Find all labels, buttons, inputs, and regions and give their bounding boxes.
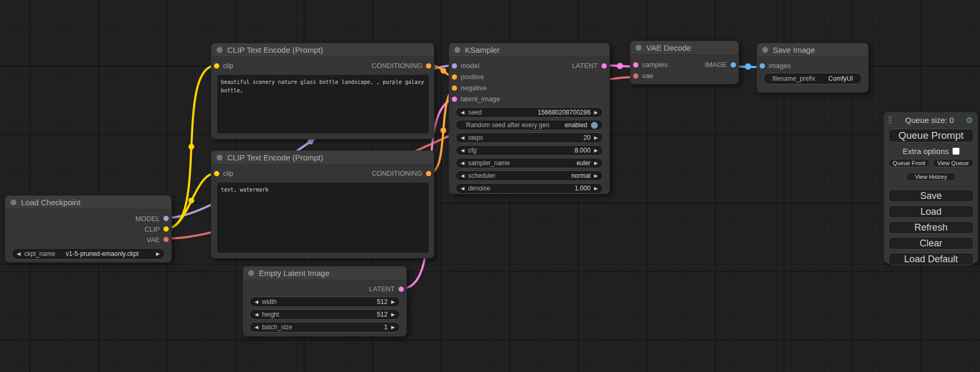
queue-front-button[interactable]: Queue Front — [888, 159, 930, 167]
node-empty-latent-image[interactable]: Empty Latent Image LATENT ◀ width 512 ▶ … — [242, 266, 407, 337]
link-dot — [745, 63, 751, 70]
sampler-name-widget[interactable]: ◀ sampler_name euler ▶ — [455, 158, 603, 168]
collapse-dot-icon[interactable] — [248, 270, 254, 276]
increment-arrow-icon[interactable]: ▶ — [594, 136, 598, 140]
node-save-image[interactable]: Save Image images filename_prefix ComfyU… — [756, 43, 869, 93]
random-seed-widget[interactable]: Random seed after every gen enabled — [455, 120, 603, 130]
increment-arrow-icon[interactable]: ▶ — [594, 110, 598, 115]
decrement-arrow-icon[interactable]: ◀ — [255, 312, 258, 317]
load-default-button[interactable]: Load Default — [888, 253, 974, 265]
widget-value: 156680208700286 — [538, 109, 590, 116]
denoise-widget[interactable]: ◀ denoise 1.000 ▶ — [455, 183, 603, 194]
decrement-arrow-icon[interactable]: ◀ — [461, 174, 464, 178]
batch-size-widget[interactable]: ◀ batch_size 1 ▶ — [249, 322, 400, 332]
input-label-clip: clip — [223, 169, 234, 177]
increment-arrow-icon[interactable]: ▶ — [594, 161, 598, 166]
width-widget[interactable]: ◀ width 512 ▶ — [249, 297, 400, 307]
node-title: KSampler — [465, 45, 500, 54]
output-port-image[interactable] — [731, 62, 736, 68]
input-label-model: model — [461, 62, 479, 70]
collapse-dot-icon[interactable] — [762, 47, 768, 53]
increment-arrow-icon[interactable]: ▶ — [391, 312, 395, 317]
decrement-arrow-icon[interactable]: ◀ — [461, 110, 464, 115]
output-port-latent[interactable] — [601, 63, 607, 69]
output-port-model[interactable] — [163, 216, 169, 221]
output-label-latent: LATENT — [369, 285, 395, 293]
output-label-model: MODEL — [135, 215, 160, 223]
widget-value: ComfyUI — [828, 75, 853, 82]
decrement-arrow-icon[interactable]: ◀ — [255, 325, 258, 330]
increment-arrow-icon[interactable]: ▶ — [156, 252, 160, 256]
ckpt-name-widget[interactable]: ◀ ckpt_name v1-5-pruned-emaonly.ckpt ▶ — [12, 248, 165, 260]
decrement-arrow-icon[interactable]: ◀ — [461, 148, 464, 153]
prompt-textarea[interactable]: text, watermark — [217, 183, 429, 253]
widget-label: Random seed after every gen — [466, 121, 549, 129]
decrement-arrow-icon[interactable]: ◀ — [461, 136, 464, 140]
steps-widget[interactable]: ◀ steps 20 ▶ — [455, 132, 603, 143]
input-port-samples[interactable] — [633, 62, 638, 68]
node-title-bar[interactable]: VAE Decode — [630, 41, 739, 55]
comfyui-canvas[interactable]: { "icons": { "left_arrow": "◀", "right_a… — [0, 0, 980, 372]
collapse-dot-icon[interactable] — [217, 155, 222, 160]
node-ksampler[interactable]: KSampler model LATENT positive negative … — [449, 43, 610, 194]
input-label-images: images — [769, 62, 791, 70]
node-clip-text-encode-negative[interactable]: CLIP Text Encode (Prompt) clip CONDITION… — [211, 150, 434, 259]
increment-arrow-icon[interactable]: ▶ — [594, 148, 598, 153]
gear-icon[interactable]: ⚙ — [966, 116, 973, 124]
increment-arrow-icon[interactable]: ▶ — [391, 325, 395, 330]
node-title-bar[interactable]: Load Checkpoint — [5, 196, 171, 209]
filename-prefix-widget[interactable]: filename_prefix ComfyUI — [763, 73, 862, 84]
collapse-dot-icon[interactable] — [636, 45, 642, 51]
save-button[interactable]: Save — [888, 189, 974, 202]
node-title: Empty Latent Image — [259, 269, 329, 278]
refresh-button[interactable]: Refresh — [888, 221, 974, 234]
collapse-dot-icon[interactable] — [454, 47, 460, 53]
queue-small-buttons: Queue Front View Queue — [888, 159, 974, 167]
increment-arrow-icon[interactable]: ▶ — [594, 174, 598, 178]
decrement-arrow-icon[interactable]: ◀ — [17, 252, 21, 256]
input-port-images[interactable] — [760, 63, 765, 69]
increment-arrow-icon[interactable]: ▶ — [594, 186, 598, 191]
view-history-button[interactable]: View History — [906, 173, 956, 181]
seed-widget[interactable]: ◀ seed 156680208700286 ▶ — [455, 107, 603, 118]
node-clip-text-encode-positive[interactable]: CLIP Text Encode (Prompt) clip CONDITION… — [211, 43, 434, 139]
node-title-bar[interactable]: Empty Latent Image — [243, 266, 406, 280]
node-title-bar[interactable]: KSampler — [449, 43, 609, 57]
scheduler-widget[interactable]: ◀ scheduler normal ▶ — [455, 170, 603, 181]
input-port-clip[interactable] — [214, 63, 219, 69]
clear-button[interactable]: Clear — [888, 237, 974, 250]
port-row-images: images — [757, 60, 868, 71]
drag-handle-icon[interactable] — [889, 116, 893, 125]
extra-options-checkbox[interactable] — [953, 148, 959, 155]
output-port-clip[interactable] — [163, 226, 169, 232]
input-port-positive[interactable] — [452, 74, 457, 80]
input-port-vae[interactable] — [633, 73, 638, 79]
port-row-positive: positive — [449, 71, 609, 82]
node-load-checkpoint[interactable]: Load Checkpoint MODEL CLIP VAE ◀ ckpt_na… — [5, 195, 172, 263]
node-title-bar[interactable]: CLIP Text Encode (Prompt) — [211, 151, 434, 165]
output-port-conditioning[interactable] — [426, 63, 431, 69]
view-queue-button[interactable]: View Queue — [933, 159, 974, 167]
queue-prompt-button[interactable]: Queue Prompt — [888, 129, 974, 142]
load-button[interactable]: Load — [888, 205, 974, 218]
height-widget[interactable]: ◀ height 512 ▶ — [249, 309, 400, 320]
input-port-latent-image[interactable] — [452, 97, 457, 102]
decrement-arrow-icon[interactable]: ◀ — [461, 161, 464, 166]
decrement-arrow-icon[interactable]: ◀ — [255, 300, 258, 304]
decrement-arrow-icon[interactable]: ◀ — [461, 186, 464, 191]
output-port-conditioning[interactable] — [426, 171, 431, 176]
node-title-bar[interactable]: CLIP Text Encode (Prompt) — [211, 43, 434, 57]
input-port-model[interactable] — [452, 63, 457, 69]
toggle-icon[interactable] — [591, 122, 598, 129]
input-port-negative[interactable] — [452, 85, 457, 91]
node-title-bar[interactable]: Save Image — [757, 43, 868, 57]
input-port-clip[interactable] — [214, 171, 219, 176]
collapse-dot-icon[interactable] — [11, 199, 16, 205]
cfg-widget[interactable]: ◀ cfg 8.000 ▶ — [455, 145, 603, 156]
increment-arrow-icon[interactable]: ▶ — [391, 300, 395, 304]
output-port-vae[interactable] — [163, 237, 169, 242]
collapse-dot-icon[interactable] — [217, 47, 222, 53]
output-port-latent[interactable] — [399, 287, 404, 292]
node-vae-decode[interactable]: VAE Decode samples IMAGE vae — [630, 41, 739, 84]
prompt-textarea[interactable]: beautiful scenery nature glass bottle la… — [217, 75, 429, 133]
